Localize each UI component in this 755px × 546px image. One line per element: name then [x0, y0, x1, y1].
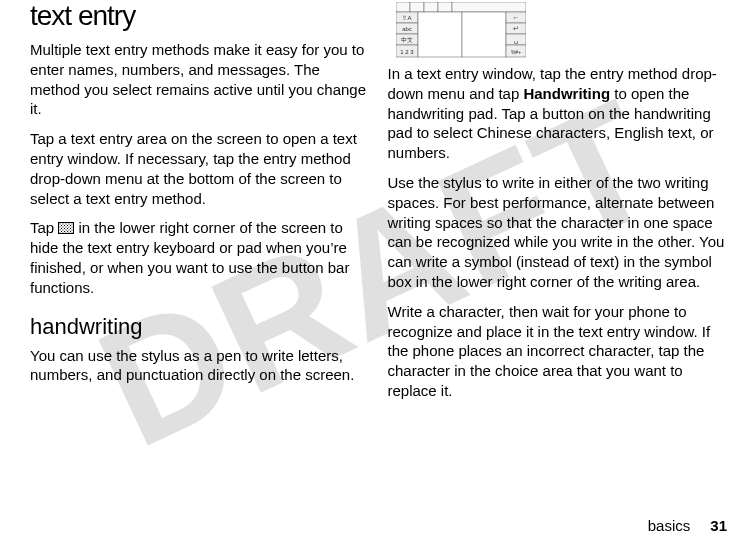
pad-row2-label: abc: [402, 26, 412, 32]
heading-text-entry: text entry: [30, 0, 368, 32]
right-p1: In a text entry window, tap the entry me…: [388, 64, 726, 163]
right-p1-bold: Handwriting: [523, 85, 610, 102]
left-p2: Tap a text entry area on the screen to o…: [30, 129, 368, 208]
right-column: ⇧A abc 中文 1 2 3 ← ↵ ␣ %#: [378, 0, 736, 546]
pad-row1-label: ⇧A: [402, 15, 411, 21]
pad-right-bot2: %#+: [510, 49, 520, 55]
svg-rect-2: [424, 2, 438, 12]
svg-rect-4: [452, 2, 526, 12]
right-p2: Use the stylus to write in either of the…: [388, 173, 726, 292]
svg-rect-3: [438, 2, 452, 12]
left-p4: You can use the stylus as a pen to write…: [30, 346, 368, 386]
page-footer: basics31: [648, 517, 727, 534]
handwriting-pad-illustration: ⇧A abc 中文 1 2 3 ← ↵ ␣ %#: [396, 2, 726, 58]
pad-right-top: ←: [512, 14, 519, 21]
pad-row4-label: 1 2 3: [400, 49, 414, 55]
pad-row3-label: 中文: [401, 36, 413, 43]
left-column: text entry Multiple text entry methods m…: [20, 0, 378, 546]
page-content: text entry Multiple text entry methods m…: [0, 0, 755, 546]
hide-keyboard-icon: [58, 222, 74, 234]
heading-handwriting: handwriting: [30, 314, 368, 340]
svg-rect-0: [396, 2, 410, 12]
left-p3a: Tap: [30, 219, 58, 236]
left-p3b: in the lower right corner of the screen …: [30, 219, 349, 295]
footer-section: basics: [648, 517, 691, 534]
footer-page-number: 31: [710, 517, 727, 534]
left-p1: Multiple text entry methods make it easy…: [30, 40, 368, 119]
svg-rect-1: [410, 2, 424, 12]
svg-rect-9: [418, 12, 462, 57]
pad-right-mid: ↵: [513, 25, 519, 32]
left-p3: Tap in the lower right corner of the scr…: [30, 218, 368, 297]
right-p3: Write a character, then wait for your ph…: [388, 302, 726, 401]
pad-right-bot1: ␣: [514, 36, 518, 44]
svg-rect-10: [462, 12, 506, 57]
